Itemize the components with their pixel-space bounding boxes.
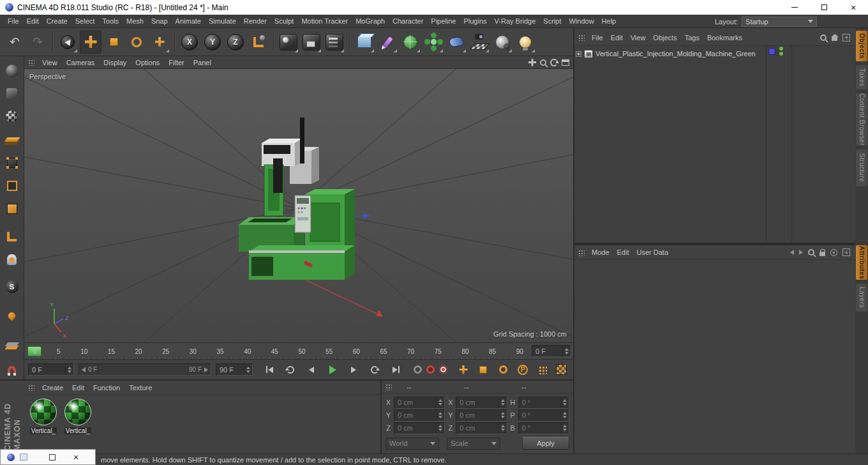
pan-view-icon[interactable] <box>528 59 536 66</box>
size-column-header[interactable]: -- <box>453 383 510 391</box>
key-position-toggle[interactable] <box>456 363 471 377</box>
size-field[interactable]: 0 cm <box>456 397 507 409</box>
material-item[interactable]: Vertical_ <box>63 399 93 454</box>
attribute-manager-menu-item[interactable]: User Data <box>633 248 673 256</box>
object-name[interactable]: Vertical_Plastic_Injection_Molding_Machi… <box>595 50 756 57</box>
panel-grip-icon[interactable] <box>27 384 34 391</box>
tab-takes[interactable]: Takes <box>856 65 867 89</box>
menu-item[interactable]: Sculpt <box>271 17 298 25</box>
focus-icon[interactable] <box>830 249 837 256</box>
visibility-dot-top[interactable] <box>779 47 783 50</box>
menu-item[interactable]: Mesh <box>123 17 147 25</box>
key-parameter-toggle[interactable]: P <box>515 363 530 377</box>
new-panel-icon[interactable] <box>842 34 850 42</box>
timeline-ruler[interactable]: 051015202530354045505560657075808590 <box>24 343 530 360</box>
mini-close-icon[interactable]: × <box>73 453 79 462</box>
range-left-handle-icon[interactable] <box>82 367 86 372</box>
render-view-button[interactable] <box>278 31 299 54</box>
primitive-cube-button[interactable] <box>354 31 375 54</box>
rotation-field[interactable]: 0 ° <box>518 397 569 409</box>
workplane-mode-button[interactable] <box>3 130 22 149</box>
start-frame-field[interactable]: 0 F <box>28 363 74 376</box>
size-field[interactable]: 0 cm <box>456 409 507 422</box>
history-back-icon[interactable] <box>790 250 794 255</box>
attribute-manager-menu-item[interactable]: Edit <box>613 248 633 256</box>
menu-item[interactable]: Plugins <box>460 17 490 25</box>
rotation-field[interactable]: 0 ° <box>518 422 569 434</box>
render-picture-viewer-button[interactable] <box>301 31 322 54</box>
tab-objects[interactable]: Objects <box>856 31 867 61</box>
polygons-mode-button[interactable] <box>3 199 22 218</box>
field-stepper[interactable] <box>560 397 569 408</box>
mini-maximize-icon[interactable] <box>49 454 56 461</box>
field-stepper[interactable] <box>498 423 507 434</box>
lock-z-axis-button[interactable]: Z <box>225 31 246 54</box>
axis-modification-button[interactable] <box>3 250 22 269</box>
model-mode-button[interactable] <box>3 84 22 103</box>
menu-item[interactable]: Edit <box>23 17 43 25</box>
size-field[interactable]: 0 cm <box>456 422 507 434</box>
zoom-view-icon[interactable] <box>540 59 546 66</box>
undo-button[interactable]: ↶ <box>4 31 26 54</box>
object-manager-menu-item[interactable]: Objects <box>649 34 680 42</box>
current-frame-field[interactable]: 0 F <box>532 345 571 357</box>
new-panel-icon[interactable] <box>842 248 850 256</box>
panel-grip-icon[interactable] <box>578 34 585 41</box>
field-stepper[interactable] <box>498 410 507 421</box>
object-manager-menu-item[interactable]: Tags <box>681 34 703 42</box>
start-frame-stepper[interactable] <box>65 364 73 375</box>
materials-menu-item[interactable]: Function <box>89 384 124 392</box>
field-stepper[interactable] <box>560 423 569 434</box>
materials-menu-item[interactable]: Texture <box>124 384 156 392</box>
menu-item[interactable]: Motion Tracker <box>297 17 352 25</box>
edges-mode-button[interactable] <box>3 176 22 195</box>
material-preview-sphere[interactable] <box>64 399 91 425</box>
end-frame-field[interactable]: 90 F <box>216 363 253 376</box>
close-button[interactable]: × <box>839 0 868 15</box>
key-pla-toggle[interactable] <box>535 363 550 377</box>
record-button[interactable] <box>414 365 422 374</box>
object-manager-menu-item[interactable]: File <box>588 34 607 42</box>
menu-item[interactable]: Help <box>598 17 620 25</box>
play-button[interactable] <box>324 363 341 377</box>
menu-item[interactable]: Render <box>240 17 271 25</box>
tab-content-browser[interactable]: Content Browser <box>856 93 867 146</box>
panel-grip-icon[interactable] <box>578 249 585 256</box>
menu-item[interactable]: Window <box>565 17 597 25</box>
viewport-menu-item[interactable]: Panel <box>189 59 216 66</box>
rotate-view-icon[interactable] <box>550 59 558 66</box>
search-icon[interactable] <box>820 34 827 41</box>
object-manager-menu-item[interactable]: View <box>627 34 650 42</box>
field-stepper[interactable] <box>436 397 444 408</box>
rotation-column-header[interactable]: -- <box>510 383 567 391</box>
apply-button[interactable]: Apply <box>522 437 569 450</box>
coordinate-system-button[interactable] <box>248 31 269 54</box>
menu-item[interactable]: File <box>4 17 23 25</box>
history-forward-icon[interactable] <box>799 250 803 255</box>
expand-toggle-icon[interactable] <box>576 51 581 57</box>
scale-mode-select[interactable]: Scale <box>447 438 500 450</box>
field-stepper[interactable] <box>436 423 444 434</box>
menu-item[interactable]: Create <box>43 17 71 25</box>
autokeying-button[interactable] <box>426 365 435 374</box>
position-field[interactable]: 0 cm <box>394 422 445 434</box>
menu-item[interactable]: Simulate <box>205 17 240 25</box>
object-manager-menu-item[interactable]: Edit <box>607 34 627 42</box>
key-rotation-toggle[interactable] <box>495 363 511 377</box>
object-manager-list[interactable]: Vertical_Plastic_Injection_Molding_Machi… <box>574 45 855 243</box>
light-button[interactable] <box>514 31 536 54</box>
tab-attributes[interactable]: Attributes <box>856 245 867 280</box>
dope-sheet-icon[interactable] <box>556 364 567 375</box>
goto-end-button[interactable] <box>387 363 404 377</box>
home-icon[interactable] <box>832 37 837 41</box>
maximize-button[interactable] <box>809 0 839 15</box>
field-stepper[interactable] <box>436 410 444 421</box>
next-frame-button[interactable] <box>345 363 362 377</box>
menu-item[interactable]: Pipeline <box>427 17 460 25</box>
toggle-view-icon[interactable] <box>562 59 569 66</box>
deformer-button[interactable] <box>445 31 467 54</box>
scale-button[interactable] <box>103 31 124 54</box>
enable-axis-button[interactable] <box>3 227 22 246</box>
visibility-dot-bottom[interactable] <box>779 52 783 56</box>
keyframe-selection-button[interactable] <box>439 365 447 374</box>
